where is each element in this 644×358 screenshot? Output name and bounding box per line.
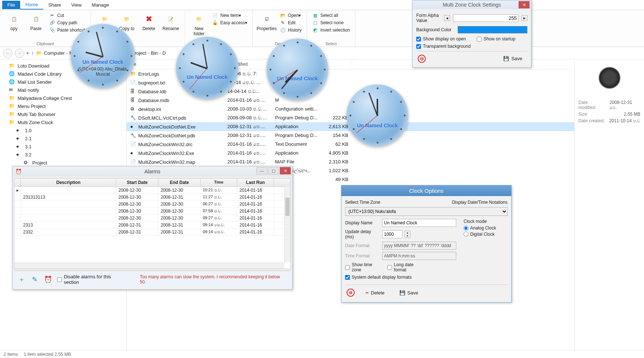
col-enddate[interactable]: End Date [158, 178, 201, 187]
file-row[interactable]: ●MultiZoneClockWin32.Exe2014-01-16 පෙ.ව.… [127, 149, 574, 158]
alarm-row[interactable]: 2008-12-302008-12-3006:27 ප.ව.2014-01-16 [14, 201, 290, 208]
file-row[interactable]: 📄MultiZoneClockWin32.map2014-01-16 පෙ.ව.… [127, 158, 574, 166]
alarm-row[interactable]: 23132008-12-312008-12-3109:14 පෙ.ව.2014-… [14, 222, 290, 229]
tab-view[interactable]: View [66, 1, 87, 9]
selectnone-button[interactable]: ▢Select none [310, 19, 352, 26]
ribbon-tabs: File Home Share View Manage [0, 0, 644, 10]
alarms-vscroll[interactable] [284, 187, 290, 262]
breadcrumb-segment[interactable]: Computer [44, 50, 65, 56]
nav-dropdown[interactable]: ▾ [26, 50, 29, 56]
col-time[interactable]: Time [201, 178, 237, 187]
dispname-input[interactable] [382, 219, 456, 227]
sysdefault-checkbox[interactable]: System default display formats [345, 275, 411, 280]
analog-clock-1[interactable]: Un Named Clock (UTC+04:00) Abu_Dhabi, Mu… [71, 24, 135, 88]
tab-file[interactable]: File [2, 1, 20, 9]
settings-reset-button[interactable]: ⊖ [418, 55, 426, 63]
startup-checkbox[interactable]: Show on startup [477, 36, 515, 41]
breadcrumb-segment[interactable]: Bin [151, 50, 158, 56]
newitem-button[interactable]: 📄New item ▾ [210, 12, 249, 19]
col-lastrun[interactable]: Last Run [237, 178, 274, 187]
showtz-checkbox[interactable]: Show time zone [345, 262, 380, 272]
mode-label: Clock mode [464, 219, 508, 224]
tab-share[interactable]: Share [43, 1, 66, 9]
clockopt-reset-button[interactable]: ⊖ [347, 289, 355, 297]
tree-item[interactable]: 📁Multi Tab Borwser [0, 110, 126, 118]
analog-radio[interactable]: Analog Clock [464, 225, 496, 231]
clockopt-titlebar[interactable]: Clock Options [341, 185, 511, 196]
alarm-clock-button[interactable]: ⏰ [44, 275, 52, 283]
tab-home[interactable]: Home [20, 0, 43, 10]
alarm-row[interactable]: 23322008-12-312008-12-3109:14 පෙ.ව.2014-… [14, 229, 290, 236]
tree-icon: ● [16, 144, 22, 149]
showopen-checkbox[interactable]: Show display on open [416, 36, 466, 41]
settings-titlebar[interactable]: Multi Zone Clock Settings ✕ [413, 0, 531, 9]
transparent-checkbox[interactable]: Transparent background [416, 44, 471, 49]
alarms-titlebar[interactable]: ⏰ Alarms — ▢ ✕ [12, 166, 292, 177]
tree-item[interactable]: ⚙Project [0, 159, 126, 167]
settings-save-button[interactable]: 💾Save [500, 54, 526, 63]
tree-icon: ● [16, 135, 22, 141]
delay-spinner[interactable]: ▲▼ [405, 231, 410, 238]
tree-item[interactable]: ●3.1 [0, 142, 126, 151]
longdate-checkbox[interactable]: Long date format [387, 262, 422, 272]
paste-button[interactable]: 📋Paste [25, 12, 47, 33]
alarms-close-button[interactable]: ✕ [280, 167, 291, 174]
tree-item[interactable]: 📁Menu Project [0, 102, 126, 110]
cut-button[interactable]: ✂Cut [47, 12, 88, 19]
nav-up-button[interactable]: ↑ [31, 50, 34, 56]
nav-back-button[interactable]: ← [3, 48, 12, 58]
rename-button[interactable]: 📝Rename [160, 12, 182, 33]
timefmt-input [382, 252, 456, 260]
disable-alarms-checkbox[interactable]: Disable alarms for this section [57, 274, 127, 285]
alpha-increment[interactable]: ▸ [522, 15, 527, 21]
alpha-input[interactable] [453, 14, 519, 22]
copy-button[interactable]: 📋opy [3, 12, 25, 33]
file-row[interactable]: 🔧MultiZoneClockDotNet.pdb2008-12-31 පෙ.ව… [127, 131, 574, 140]
alarm-row[interactable]: 2313131132008-12-302008-12-3111:27 ප.ව.2… [14, 194, 290, 201]
alpha-decrement[interactable]: ◂ [444, 15, 450, 21]
analog-clock-3[interactable]: Un Named Clock [267, 39, 328, 100]
properties-button[interactable]: ☑Properties [256, 12, 278, 33]
analog-clock-2[interactable]: Un Named Clock [176, 37, 238, 99]
open-button[interactable]: 📂Open ▾ [278, 12, 304, 19]
alarm-row[interactable]: 2008-12-302008-12-3007:58 ප.ව.2014-01-16 [14, 208, 290, 215]
bgcolor-picker[interactable] [458, 26, 527, 33]
nav-forward-button[interactable]: → [15, 48, 24, 58]
alarm-row[interactable]: 2008-12-302008-12-3009:27 ප.ව.2014-01-16 [14, 215, 290, 222]
col-description[interactable]: Description [21, 178, 116, 187]
settings-close-button[interactable]: ✕ [519, 1, 530, 8]
analog-clock-4[interactable]: Un Named Clock [347, 84, 408, 146]
alarms-hscroll[interactable] [14, 263, 284, 269]
clockopt-save-button[interactable]: 💾Save [396, 289, 422, 297]
newfolder-button[interactable]: 📁New folder [188, 12, 210, 38]
alarm-add-button[interactable]: ＋ [18, 275, 26, 283]
file-icon: ● [130, 124, 136, 130]
col-startdate[interactable]: Start Date [116, 178, 158, 187]
easyaccess-button[interactable]: 🔓Easy access ▾ [210, 19, 249, 26]
tree-item[interactable]: ●2.1 [0, 134, 126, 142]
tree-item[interactable]: ●3.2 [0, 151, 126, 159]
alarm-row[interactable]: ▸2008-12-302008-12-3010:21 ප.ව.2014-01-1… [14, 187, 290, 194]
copypath-button[interactable]: 🔗Copy path [47, 19, 88, 26]
status-bar: 2 items 1 item selected 2.55 MB [0, 350, 644, 358]
tab-manage[interactable]: Manage [87, 1, 114, 9]
alarms-max-button[interactable]: ▢ [268, 167, 279, 174]
file-row[interactable]: 📄MultiZoneClockWin32.drc2014-01-16 පෙ.ව.… [127, 140, 574, 149]
invertselection-button[interactable]: ◩Invert selection [310, 26, 352, 34]
clock-options-window: Clock Options Sellect Time Zone Display … [341, 185, 512, 303]
digital-radio[interactable]: Digital Clock [464, 232, 495, 237]
clockopt-delete-button[interactable]: ━Delete [362, 289, 388, 297]
delete-button[interactable]: ✖Delete [138, 12, 160, 33]
timezone-select[interactable]: (UTC+13:00) Nuku'alofa [345, 207, 508, 216]
tree-item[interactable]: ●1.0 [0, 126, 126, 134]
breadcrumb-segment[interactable]: D [162, 50, 166, 56]
delay-input[interactable] [382, 230, 402, 238]
alarms-min-button[interactable]: — [256, 167, 267, 174]
edit-button[interactable]: ✎Edit [278, 19, 304, 26]
tree-item[interactable]: 📁Maliyadava Collage Crest [0, 94, 126, 102]
selectall-button[interactable]: ▦Select all [310, 12, 352, 19]
history-button[interactable]: 🕘History [278, 26, 304, 34]
alarm-edit-button[interactable]: ✎ [31, 275, 39, 283]
tree-icon: 📁 [9, 111, 15, 117]
tree-item[interactable]: 📁Multi Zone Clock [0, 118, 126, 126]
